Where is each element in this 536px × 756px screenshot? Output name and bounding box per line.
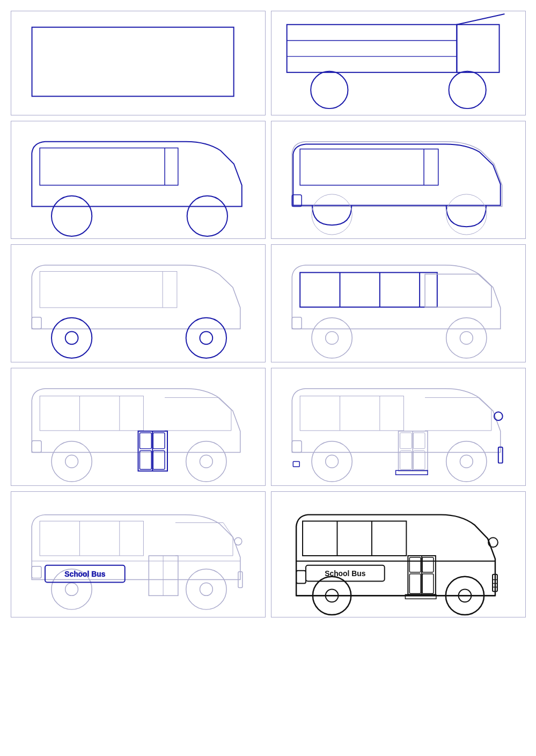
svg-point-23 — [200, 332, 212, 345]
step-6-panel — [271, 244, 526, 362]
svg-point-61 — [311, 441, 351, 482]
svg-rect-42 — [32, 441, 41, 453]
svg-rect-19 — [32, 317, 41, 329]
svg-rect-24 — [300, 273, 437, 307]
step-7-panel — [11, 368, 266, 486]
svg-rect-0 — [32, 27, 233, 97]
svg-point-6 — [311, 71, 348, 108]
svg-text:School Bus: School Bus — [325, 569, 366, 578]
svg-point-75 — [65, 583, 78, 596]
svg-rect-81 — [303, 521, 406, 556]
svg-point-32 — [460, 332, 473, 345]
svg-rect-47 — [300, 396, 403, 431]
svg-rect-2 — [457, 25, 499, 72]
svg-rect-40 — [139, 451, 151, 470]
step-10-panel: School Bus — [271, 491, 526, 617]
svg-line-3 — [457, 14, 504, 25]
svg-rect-8 — [40, 148, 178, 185]
drawing-steps-grid: School Bus — [11, 11, 526, 617]
svg-rect-41 — [153, 451, 165, 470]
step-4-panel — [271, 121, 526, 239]
svg-rect-39 — [153, 433, 165, 449]
svg-point-31 — [446, 318, 486, 358]
svg-point-22 — [186, 318, 226, 358]
svg-rect-28 — [292, 317, 302, 329]
svg-point-45 — [186, 441, 226, 482]
svg-point-72 — [234, 537, 241, 545]
svg-point-64 — [460, 455, 473, 468]
svg-rect-53 — [413, 433, 425, 449]
step-2-panel — [271, 11, 526, 115]
svg-point-20 — [51, 318, 91, 358]
svg-text:School Bus: School Bus — [64, 570, 106, 578]
svg-point-76 — [186, 569, 226, 609]
svg-rect-92 — [296, 571, 306, 584]
step-9-panel: School Bus — [11, 491, 266, 617]
step-3-panel — [11, 121, 266, 239]
svg-rect-55 — [413, 451, 425, 470]
svg-point-44 — [65, 455, 78, 468]
svg-rect-88 — [422, 557, 434, 572]
svg-point-62 — [325, 455, 338, 468]
svg-point-43 — [51, 441, 91, 482]
svg-point-15 — [311, 194, 351, 235]
svg-rect-89 — [409, 574, 421, 594]
step-1-panel — [11, 11, 266, 115]
svg-rect-56 — [292, 441, 302, 453]
step-8-panel — [271, 368, 526, 486]
svg-point-21 — [65, 332, 78, 345]
svg-point-30 — [325, 332, 338, 345]
svg-point-29 — [311, 318, 351, 358]
svg-rect-12 — [300, 149, 438, 185]
svg-rect-1 — [287, 25, 457, 72]
svg-rect-90 — [422, 574, 434, 594]
svg-rect-33 — [40, 396, 143, 431]
svg-rect-38 — [139, 433, 151, 449]
svg-point-7 — [449, 71, 486, 108]
svg-rect-87 — [409, 557, 421, 572]
svg-rect-73 — [32, 566, 41, 578]
svg-point-11 — [187, 196, 227, 236]
step-5-panel — [11, 244, 266, 362]
svg-rect-17 — [40, 272, 177, 308]
svg-point-77 — [200, 583, 212, 596]
svg-point-46 — [200, 455, 212, 468]
svg-point-10 — [51, 196, 91, 236]
svg-rect-59 — [293, 461, 299, 467]
svg-point-16 — [446, 194, 486, 235]
svg-rect-52 — [400, 433, 412, 449]
svg-point-63 — [446, 441, 486, 482]
svg-rect-65 — [40, 521, 143, 556]
svg-rect-54 — [400, 451, 412, 470]
